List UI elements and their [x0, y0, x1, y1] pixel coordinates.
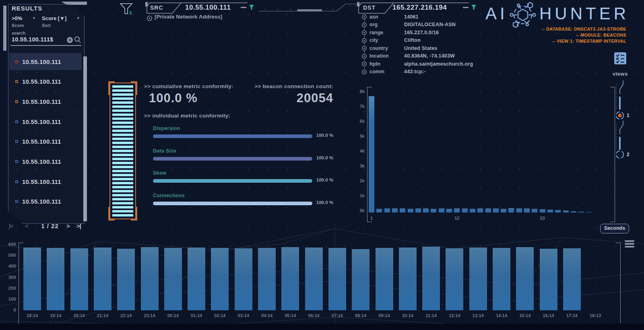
histogram-bar[interactable] [501, 209, 506, 212]
histogram-bar[interactable] [376, 209, 382, 212]
result-item[interactable]: 10.55.100.111 [9, 133, 82, 150]
histogram-bar[interactable] [493, 208, 499, 212]
result-item[interactable]: 10.55.100.111 [9, 93, 82, 110]
view-marker-1[interactable]: 1 [627, 113, 630, 118]
histogram-bar[interactable] [586, 212, 592, 213]
histogram-bar[interactable] [423, 208, 429, 212]
histogram-bar[interactable] [493, 248, 510, 310]
histogram-bar[interactable] [384, 208, 390, 212]
histogram-bar[interactable] [547, 210, 553, 212]
search-icon[interactable] [74, 36, 81, 43]
histogram-bar[interactable] [211, 248, 229, 310]
histogram-bar[interactable] [524, 208, 530, 212]
x-axis-label: 15:14 [513, 313, 537, 318]
histogram-bar[interactable] [431, 209, 436, 212]
result-item[interactable]: 10.55.100.111 [9, 153, 82, 170]
histogram-bar[interactable] [470, 209, 475, 212]
histogram-bar[interactable] [305, 248, 323, 310]
y-axis-tick: 6k [354, 119, 365, 124]
header-slider[interactable] [255, 2, 362, 14]
sort-filter-dropdown[interactable]: Score [▼] [42, 14, 66, 22]
y-axis-tick: 5k [354, 134, 365, 138]
histogram-bar[interactable] [328, 248, 346, 310]
x-axis-label: 18:14 [20, 313, 44, 318]
dst-key: org [369, 22, 404, 27]
target-dot-icon [361, 69, 367, 75]
clear-search-icon[interactable]: ✕ [67, 37, 73, 43]
dst-ip-value[interactable]: 165.227.216.194 [392, 4, 447, 12]
histogram-bar[interactable] [540, 249, 557, 310]
histogram-bar[interactable] [469, 248, 487, 310]
page-next-button[interactable]: > [66, 223, 70, 229]
histogram-bar[interactable] [516, 208, 522, 212]
dst-filter-funnel-icon[interactable] [471, 4, 477, 10]
histogram-bar[interactable] [235, 248, 252, 310]
result-bullet-icon [15, 180, 18, 183]
histogram-bar[interactable] [352, 249, 369, 310]
result-bullet-icon [15, 60, 18, 63]
histogram-bar[interactable] [446, 209, 452, 212]
result-bullet-icon [15, 120, 18, 123]
histogram-bar[interactable] [555, 210, 561, 212]
histogram-bar[interactable] [399, 248, 417, 310]
histogram-bar[interactable] [454, 208, 460, 212]
histogram-bar[interactable] [477, 208, 483, 212]
results-scrollbar[interactable] [83, 56, 87, 221]
histogram-bar[interactable] [47, 248, 64, 310]
histogram-bar[interactable] [117, 249, 135, 310]
page-last-button[interactable]: >| [76, 223, 81, 229]
histogram-bar[interactable] [376, 248, 393, 310]
result-item[interactable]: 10.55.100.111 [9, 193, 82, 210]
histogram-bar[interactable] [485, 208, 491, 212]
x-axis-label: 21:14 [91, 313, 115, 318]
results-title: RESULTS [12, 5, 42, 12]
histogram-bar[interactable] [408, 209, 413, 212]
histogram-bar[interactable] [392, 208, 398, 212]
histogram-bar[interactable] [462, 208, 468, 212]
view-marker-2[interactable]: 2 [627, 152, 630, 157]
search-input[interactable]: 10.55.100.111$ [12, 36, 53, 43]
src-ip-value[interactable]: 10.55.100.111 [185, 4, 231, 12]
histogram-bar[interactable] [94, 248, 111, 310]
histogram-bar[interactable] [164, 248, 182, 310]
histogram-bar[interactable] [400, 208, 405, 212]
histogram-bar[interactable] [540, 209, 545, 212]
src-filter-funnel-icon[interactable] [249, 4, 254, 10]
seconds-toggle-button[interactable]: Seconds [600, 224, 629, 233]
target-dot-icon [361, 45, 367, 51]
x-axis-label: 07:14 [325, 313, 349, 318]
histogram-bar[interactable] [446, 248, 463, 310]
checklist-icon[interactable] [614, 52, 626, 64]
histogram-bar[interactable] [70, 248, 88, 310]
chevron-down-icon[interactable]: ▼ [32, 16, 36, 20]
histogram-bar[interactable] [281, 247, 299, 310]
histogram-bar[interactable] [258, 248, 276, 310]
histogram-bar[interactable] [508, 208, 514, 212]
histogram-bar[interactable] [23, 248, 41, 310]
result-item[interactable]: 10.55.100.111 [9, 173, 82, 190]
dst-key: city [369, 37, 404, 43]
histogram-bar[interactable] [141, 247, 159, 310]
score-filter-value: >0% [12, 15, 22, 21]
histogram-bar[interactable] [516, 247, 534, 310]
histogram-bar[interactable] [563, 210, 569, 212]
histogram-bar[interactable] [422, 247, 440, 310]
histogram-bar[interactable] [369, 96, 374, 212]
page-prev-button[interactable]: < [25, 223, 28, 229]
result-item[interactable]: 10.55.100.111 [9, 73, 82, 90]
dst-key: country [369, 45, 404, 51]
histogram-bar[interactable] [188, 248, 205, 310]
histogram-bar[interactable] [571, 211, 576, 212]
histogram-bar[interactable] [415, 208, 421, 212]
result-item[interactable]: 10.55.100.111 [9, 53, 82, 70]
histogram-bar[interactable] [563, 248, 581, 310]
histogram-bar[interactable] [439, 208, 444, 212]
result-item[interactable]: 10.55.100.111 [9, 113, 82, 130]
chevron-down-icon[interactable]: ▼ [76, 16, 80, 20]
histogram-bar[interactable] [532, 209, 537, 212]
x-axis-label: 05:14 [278, 313, 302, 318]
histogram-bar[interactable] [578, 212, 584, 212]
score-filter-dropdown[interactable]: >0% [12, 14, 22, 22]
beacon-count-value: 20054 [213, 91, 333, 105]
page-first-button[interactable]: |< [9, 223, 13, 229]
